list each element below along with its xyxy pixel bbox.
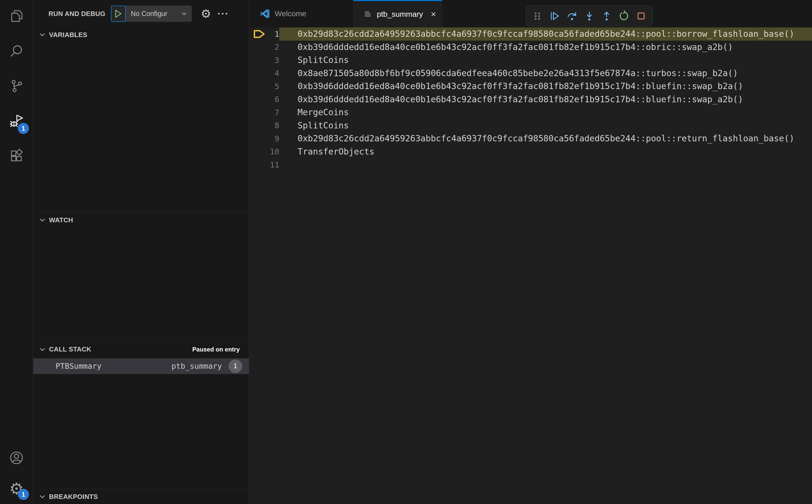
account-icon (9, 450, 24, 466)
line-number: 11 (268, 160, 279, 169)
code-line[interactable]: 3SplitCoins (249, 54, 812, 67)
chevron-down-icon (39, 493, 46, 500)
current-stackframe-arrow-icon (253, 29, 265, 39)
more-actions-button[interactable] (215, 7, 230, 21)
sidebar-item-extensions[interactable] (0, 140, 33, 173)
close-tab-button[interactable] (430, 10, 437, 19)
breakpoint-gutter[interactable] (249, 106, 268, 119)
debug-settings-button[interactable]: ⚙ (199, 7, 213, 21)
breakpoint-gutter[interactable] (249, 27, 268, 41)
vscode-logo-icon (259, 8, 270, 19)
sidebar-title: RUN AND DEBUG (48, 10, 105, 18)
close-icon (430, 11, 437, 18)
sidebar-item-run-and-debug[interactable]: 1 (0, 105, 33, 138)
line-number: 10 (268, 147, 279, 156)
breakpoints-section-header[interactable]: BREAKPOINTS (33, 489, 249, 504)
step-out-icon (601, 10, 612, 22)
variables-section-header[interactable]: VARIABLES (33, 27, 249, 42)
step-into-button[interactable] (582, 9, 597, 23)
activity-bar-bottom: ⚙ 1 (0, 443, 33, 504)
watch-section: WATCH (33, 212, 249, 342)
code-line[interactable]: 7MergeCoins (249, 106, 812, 119)
code-text: 0xb39d6dddedd16ed8a40ce0b1e6b43c92acf0ff… (279, 93, 812, 106)
breakpoint-gutter[interactable] (249, 41, 268, 54)
code-text: 0xb39d6dddedd16ed8a40ce0b1e6b43c92acf0ff… (279, 80, 812, 93)
ellipsis-icon (218, 12, 228, 15)
debug-badge: 1 (18, 123, 29, 134)
breakpoint-gutter[interactable] (249, 67, 268, 80)
continue-button[interactable] (548, 9, 562, 23)
list-icon (363, 10, 372, 19)
breakpoint-gutter[interactable] (249, 119, 268, 132)
settings-button[interactable]: ⚙ 1 (0, 474, 33, 504)
breakpoint-gutter[interactable] (249, 158, 268, 171)
stop-button[interactable] (634, 9, 649, 23)
tab-welcome[interactable]: Welcome (249, 0, 353, 27)
call-stack-section: CALL STACK Paused on entry PTBSummary pt… (33, 342, 249, 489)
call-stack-section-label: CALL STACK (49, 345, 91, 353)
code-line[interactable]: 90xb29d83c26cdd2a64959263abbcfc4a6937f0c… (249, 132, 812, 145)
drag-handle-icon[interactable] (530, 9, 545, 23)
sidebar-item-source-control[interactable] (0, 70, 33, 103)
breakpoint-gutter[interactable] (249, 80, 268, 93)
line-number: 5 (268, 82, 279, 91)
line-number: 6 (268, 95, 279, 104)
step-over-button[interactable] (565, 9, 580, 23)
line-number: 9 (268, 134, 279, 143)
files-icon (9, 8, 24, 25)
stack-frame-row[interactable]: PTBSummary ptb_summary 1 (33, 358, 249, 374)
accounts-button[interactable] (0, 443, 33, 474)
breakpoint-gutter[interactable] (249, 54, 268, 67)
code-line[interactable]: 40x8ae871505a80d8bf6bf9c05906cda6edfeea4… (249, 67, 812, 80)
start-debug-button[interactable] (111, 6, 126, 22)
run-and-debug-sidebar: RUN AND DEBUG No Configur ⚙ (33, 0, 249, 504)
line-number: 2 (268, 42, 279, 52)
variables-section: VARIABLES (33, 27, 249, 212)
settings-badge: 1 (18, 489, 29, 500)
chevron-down-icon (39, 346, 46, 353)
code-line[interactable]: 8SplitCoins (249, 119, 812, 132)
watch-section-label: WATCH (49, 216, 73, 224)
activity-bar-top: 1 (0, 0, 33, 173)
code-text (279, 158, 812, 171)
debug-config-label: No Configur (131, 10, 167, 18)
source-control-icon (9, 78, 24, 95)
chevron-down-icon (181, 11, 187, 17)
watch-section-header[interactable]: WATCH (33, 213, 249, 227)
breakpoints-section-label: BREAKPOINTS (49, 493, 98, 501)
breakpoint-gutter[interactable] (249, 93, 268, 106)
code-text: 0xb29d83c26cdd2a64959263abbcfc4a6937f0c9… (279, 27, 812, 41)
code-line[interactable]: 10TransferObjects (249, 145, 812, 158)
stack-frame-line-badge: 1 (228, 359, 242, 373)
code-text: 0xb29d83c26cdd2a64959263abbcfc4a6937f0c9… (279, 132, 812, 145)
continue-icon (549, 10, 560, 22)
line-number: 7 (268, 108, 279, 117)
activity-bar: 1 ⚙ 1 (0, 0, 33, 504)
code-text: SplitCoins (279, 119, 812, 132)
call-stack-section-header[interactable]: CALL STACK Paused on entry (33, 342, 249, 357)
extensions-icon (9, 148, 24, 165)
debug-toolbar (526, 6, 653, 26)
breakpoint-gutter[interactable] (249, 132, 268, 145)
code-lines[interactable]: 10xb29d83c26cdd2a64959263abbcfc4a6937f0c… (249, 27, 812, 171)
play-icon (114, 9, 122, 18)
sidebar-item-explorer[interactable] (0, 0, 33, 33)
code-line[interactable]: 60xb39d6dddedd16ed8a40ce0b1e6b43c92acf0f… (249, 93, 812, 106)
tab-label: ptb_summary (377, 10, 423, 19)
debug-config-dropdown[interactable]: No Configur (125, 6, 192, 22)
line-number: 4 (268, 69, 279, 78)
stop-icon (636, 10, 647, 22)
step-out-button[interactable] (599, 9, 614, 23)
stack-frame-file: ptb_summary (171, 362, 222, 371)
code-line[interactable]: 50xb39d6dddedd16ed8a40ce0b1e6b43c92acf0f… (249, 80, 812, 93)
code-line[interactable]: 10xb29d83c26cdd2a64959263abbcfc4a6937f0c… (249, 27, 812, 41)
tab-ptb-summary[interactable]: ptb_summary (353, 0, 442, 27)
code-line[interactable]: 20xb39d6dddedd16ed8a40ce0b1e6b43c92acf0f… (249, 41, 812, 54)
variables-section-label: VARIABLES (49, 31, 87, 39)
call-stack-body: PTBSummary ptb_summary 1 (33, 357, 249, 489)
breakpoint-gutter[interactable] (249, 145, 268, 158)
code-line[interactable]: 11 (249, 158, 812, 171)
step-over-icon (567, 10, 578, 22)
sidebar-item-search[interactable] (0, 35, 33, 68)
restart-button[interactable] (617, 9, 631, 23)
